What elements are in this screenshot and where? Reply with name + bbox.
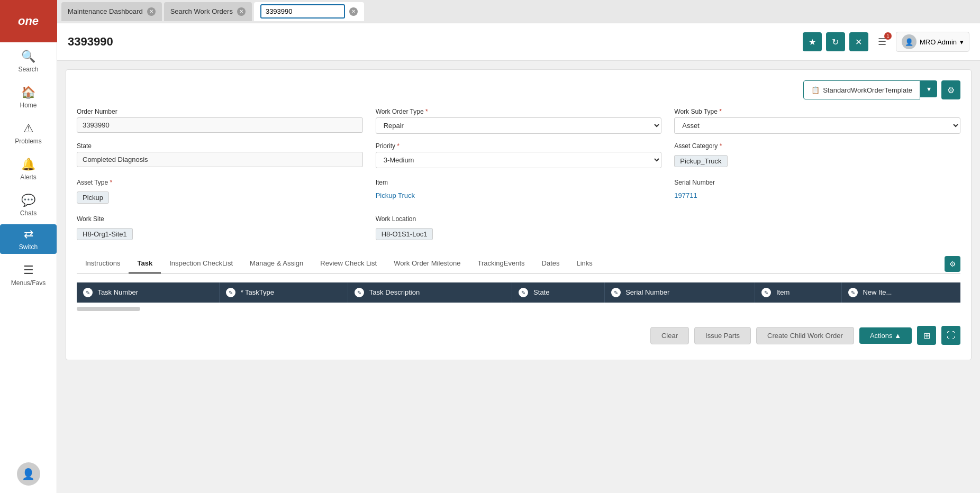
col-edit-icon: ✎ bbox=[611, 288, 621, 297]
clear-button[interactable]: Clear bbox=[650, 327, 689, 344]
item-link[interactable]: Pickup Truck bbox=[376, 188, 662, 203]
nav-tab-settings-button[interactable]: ⚙ bbox=[945, 256, 960, 272]
serial-number-link[interactable]: 197711 bbox=[674, 188, 960, 203]
col-new-item[interactable]: ✎ New Ite... bbox=[841, 282, 960, 303]
tab-instructions[interactable]: Instructions bbox=[77, 254, 129, 273]
col-task-type[interactable]: ✎ * TaskType bbox=[220, 282, 348, 303]
work-order-type-field: Work Order Type * Repair bbox=[376, 108, 662, 134]
sidebar-item-chats[interactable]: 💬 Chats bbox=[0, 186, 57, 222]
page-title: 3393990 bbox=[68, 35, 113, 49]
col-edit-icon: ✎ bbox=[519, 288, 528, 297]
avatar[interactable]: 👤 bbox=[17, 462, 40, 486]
sidebar-item-label: Home bbox=[20, 102, 37, 109]
tab-inspection[interactable]: Inspection CheckList bbox=[161, 254, 241, 273]
actions-button[interactable]: Actions ▲ bbox=[859, 327, 912, 344]
tab-workorder[interactable]: ✕ bbox=[254, 2, 364, 21]
create-child-work-order-button[interactable]: Create Child Work Order bbox=[756, 327, 854, 344]
col-task-number[interactable]: ✎ Task Number bbox=[77, 282, 220, 303]
footer-actions: Clear Issue Parts Create Child Work Orde… bbox=[77, 319, 960, 349]
order-number-input[interactable] bbox=[77, 117, 363, 133]
tab-search-close[interactable]: ✕ bbox=[237, 7, 246, 16]
sidebar-item-alerts[interactable]: 🔔 Alerts bbox=[0, 150, 57, 186]
col-new-item-label: New Ite... bbox=[863, 288, 892, 296]
home-icon: 🏠 bbox=[21, 86, 35, 99]
sidebar-item-menus[interactable]: ☰ Menus/Favs bbox=[0, 256, 57, 292]
work-site-value[interactable]: H8-Org1-Site1 bbox=[77, 228, 133, 240]
template-chevron-button[interactable]: ▾ bbox=[920, 80, 937, 97]
user-dropdown-chevron-icon: ▾ bbox=[960, 38, 964, 46]
tab-milestone[interactable]: Work Order Milestone bbox=[385, 254, 469, 273]
sidebar-item-home[interactable]: 🏠 Home bbox=[0, 78, 57, 114]
priority-field: Priority * 3-Medium bbox=[376, 142, 662, 170]
tab-workorder-input[interactable] bbox=[260, 4, 345, 19]
state-label: State bbox=[77, 142, 363, 150]
sidebar-item-switch[interactable]: ⇄ Switch bbox=[0, 224, 57, 254]
template-button[interactable]: 📋 StandardWorkOrderTemplate bbox=[803, 80, 920, 99]
tab-bar: Maintenance Dashboard ✕ Search Work Orde… bbox=[57, 0, 980, 23]
col-item[interactable]: ✎ Item bbox=[755, 282, 842, 303]
sidebar: one 🔍 Search 🏠 Home ⚠ Problems 🔔 Alerts … bbox=[0, 0, 57, 493]
work-sub-type-required: * bbox=[719, 108, 722, 115]
tab-dates[interactable]: Dates bbox=[533, 254, 568, 273]
horizontal-scrollbar[interactable] bbox=[77, 307, 140, 311]
issue-parts-button[interactable]: Issue Parts bbox=[694, 327, 751, 344]
hierarchy-icon-button[interactable]: ⛶ bbox=[941, 326, 960, 345]
form-grid: Order Number Work Order Type * Repair bbox=[77, 108, 960, 243]
header-actions: ★ ↻ ✕ ☰ 1 👤 MRO Admin ▾ bbox=[803, 32, 969, 52]
asset-type-value[interactable]: Pickup bbox=[77, 191, 109, 204]
work-sub-type-select[interactable]: Asset bbox=[674, 117, 960, 134]
logo-text: one bbox=[18, 14, 39, 28]
tab-review[interactable]: Review Check List bbox=[312, 254, 385, 273]
tab-workorder-close[interactable]: ✕ bbox=[349, 7, 358, 16]
state-field: State bbox=[77, 142, 363, 170]
col-serial-number[interactable]: ✎ Serial Number bbox=[604, 282, 755, 303]
asset-type-required: * bbox=[110, 179, 113, 186]
tab-links[interactable]: Links bbox=[568, 254, 601, 273]
sidebar-item-label: Menus/Favs bbox=[11, 279, 46, 287]
user-dropdown[interactable]: 👤 MRO Admin ▾ bbox=[896, 32, 969, 52]
page-header: 3393990 ★ ↻ ✕ ☰ 1 👤 MRO Admin ▾ bbox=[57, 23, 980, 61]
tab-dashboard[interactable]: Maintenance Dashboard ✕ bbox=[61, 2, 162, 21]
gear-icon: ⚙ bbox=[949, 260, 956, 268]
asset-category-field: Asset Category * Pickup_Truck bbox=[674, 142, 960, 170]
sidebar-item-label: Chats bbox=[20, 209, 37, 217]
sidebar-item-search[interactable]: 🔍 Search bbox=[0, 42, 57, 78]
priority-label: Priority * bbox=[376, 142, 662, 150]
tab-manage[interactable]: Manage & Assign bbox=[241, 254, 312, 273]
item-label: Item bbox=[376, 179, 662, 186]
grid-icon-button[interactable]: ⊞ bbox=[917, 326, 936, 345]
work-order-type-select[interactable]: Repair bbox=[376, 117, 662, 134]
user-name: MRO Admin bbox=[920, 38, 957, 46]
priority-select[interactable]: 3-Medium bbox=[376, 152, 662, 168]
priority-required: * bbox=[397, 142, 400, 150]
work-site-field: Work Site H8-Org1-Site1 bbox=[77, 215, 363, 243]
refresh-button[interactable]: ↻ bbox=[826, 32, 845, 51]
logo[interactable]: one bbox=[0, 0, 57, 42]
col-task-desc[interactable]: ✎ Task Description bbox=[348, 282, 512, 303]
tab-tracking[interactable]: TrackingEvents bbox=[469, 254, 533, 273]
sidebar-item-label: Switch bbox=[19, 243, 38, 251]
col-edit-icon: ✎ bbox=[848, 288, 858, 297]
asset-type-label: Asset Type * bbox=[77, 179, 363, 186]
notifications-button[interactable]: ☰ 1 bbox=[873, 32, 892, 51]
col-state-label: State bbox=[533, 288, 549, 296]
state-input[interactable] bbox=[77, 152, 363, 167]
search-icon: 🔍 bbox=[21, 50, 35, 63]
work-location-value[interactable]: H8-O1S1-Loc1 bbox=[376, 228, 433, 240]
col-serial-number-label: Serial Number bbox=[625, 288, 669, 296]
table-container: ✎ Task Number ✎ * TaskType ✎ Task Descri… bbox=[77, 282, 960, 303]
user-avatar: 👤 bbox=[902, 34, 917, 49]
close-button[interactable]: ✕ bbox=[849, 32, 868, 51]
asset-category-value[interactable]: Pickup_Truck bbox=[674, 155, 727, 167]
tab-task[interactable]: Task bbox=[129, 254, 161, 273]
col-task-desc-label: Task Description bbox=[369, 288, 420, 296]
asset-type-field: Asset Type * Pickup bbox=[77, 179, 363, 207]
form-settings-button[interactable]: ⚙ bbox=[941, 80, 960, 99]
placeholder-field bbox=[674, 215, 960, 243]
tab-dashboard-close[interactable]: ✕ bbox=[147, 7, 156, 16]
sidebar-item-problems[interactable]: ⚠ Problems bbox=[0, 114, 57, 150]
work-sub-type-label: Work Sub Type * bbox=[674, 108, 960, 115]
col-state[interactable]: ✎ State bbox=[512, 282, 604, 303]
tab-search[interactable]: Search Work Orders ✕ bbox=[164, 2, 252, 21]
favorite-button[interactable]: ★ bbox=[803, 32, 822, 51]
